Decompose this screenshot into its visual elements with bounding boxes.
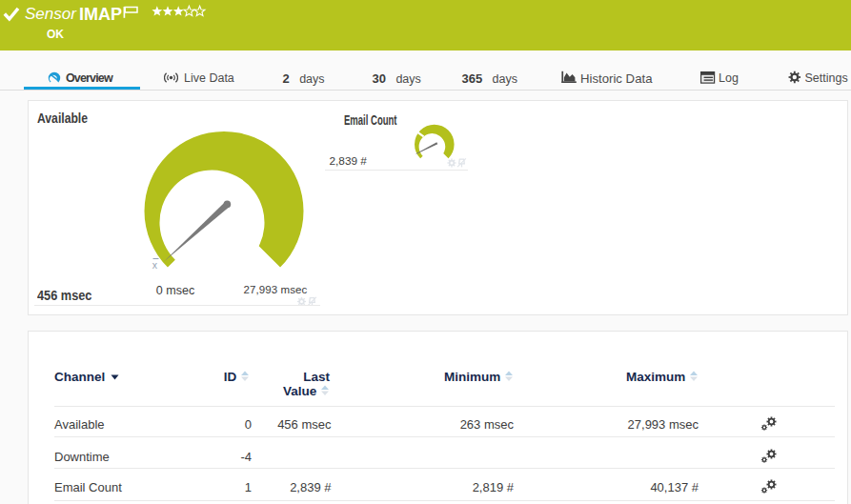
svg-text:x: x	[152, 259, 158, 271]
